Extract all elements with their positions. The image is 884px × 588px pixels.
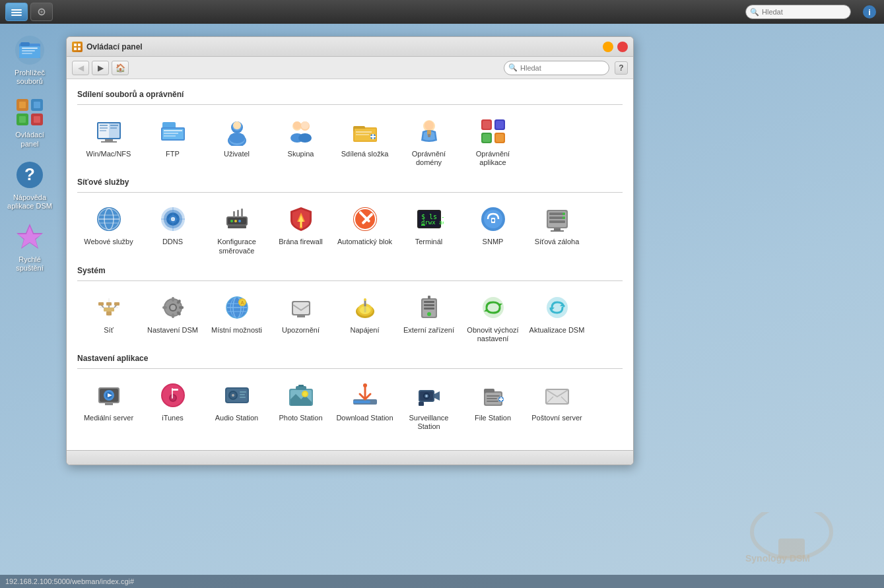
svg-rect-180: [240, 391, 246, 393]
network-grid: Webové služby: [77, 199, 623, 259]
grid-item-ddns[interactable]: DDNS: [141, 199, 204, 259]
net-backup-icon: [541, 203, 573, 235]
svg-point-179: [232, 394, 234, 397]
grid-item-win-mac-nfs[interactable]: Win/Mac/NFS: [77, 112, 140, 171]
sidebar-item-file-browser[interactable]: Prohlížeč souborů: [3, 30, 56, 90]
svg-point-113: [562, 212, 565, 215]
grid-item-terminal[interactable]: $ ls -la drwx admin Terminál: [397, 199, 460, 259]
itunes-label: iTunes: [162, 414, 184, 422]
grid-item-web-services[interactable]: Webové služby: [77, 199, 140, 259]
system-grid: Síť: [77, 288, 623, 347]
window-minimize-button[interactable]: [603, 42, 613, 52]
svg-point-191: [363, 383, 367, 387]
grid-item-net-backup[interactable]: Síťová záloha: [526, 199, 588, 259]
dsm-settings-icon: [157, 292, 189, 323]
router-config-label: Konfigurace směrovače: [208, 238, 265, 255]
grid-item-user[interactable]: Uživatel: [205, 112, 268, 171]
grid-item-shared-folder[interactable]: Sdílená složka: [333, 112, 396, 171]
grid-item-domain-perm[interactable]: Oprávnění domény: [397, 112, 460, 171]
domain-perm-label: Oprávnění domény: [400, 150, 458, 167]
grid-item-firewall[interactable]: Brána firewall: [269, 199, 332, 259]
grid-item-download-station[interactable]: Download Station: [333, 376, 396, 435]
svg-rect-201: [487, 395, 500, 397]
home-button[interactable]: 🏠: [112, 61, 129, 75]
grid-item-photo-station[interactable]: Photo Station: [269, 376, 332, 435]
taskbar: 🔍 i: [0, 0, 884, 24]
svg-rect-105: [421, 224, 425, 226]
grid-item-ftp[interactable]: FTP: [141, 112, 204, 171]
grid-item-auto-block[interactable]: Automatický blok: [333, 199, 396, 259]
section-network: Síťové služby: [77, 178, 623, 259]
photo-station-label: Photo Station: [279, 414, 322, 422]
file-station-label: File Station: [475, 414, 511, 422]
forward-button[interactable]: ▶: [92, 61, 109, 75]
snmp-icon: [477, 203, 509, 235]
svg-point-3: [40, 11, 43, 13]
svg-rect-117: [554, 228, 561, 230]
svg-rect-64: [428, 134, 430, 137]
mail-server-label: Poštovní server: [531, 414, 582, 422]
svg-rect-69: [483, 121, 491, 129]
grid-item-network[interactable]: Síť: [77, 288, 140, 347]
sidebar-item-quick-launch[interactable]: Rychlé spuštění: [3, 217, 56, 277]
grid-item-media-server[interactable]: Mediální server: [77, 376, 140, 435]
grid-item-file-station[interactable]: File Station: [461, 376, 524, 435]
net-backup-label: Síťová záloha: [535, 238, 580, 246]
sidebar-item-control-panel[interactable]: Ovládací panel: [3, 92, 56, 152]
grid-item-regional[interactable]: A Místní možnosti: [205, 288, 268, 347]
svg-rect-199: [484, 389, 494, 393]
grid-item-dsm-settings[interactable]: Nastavení DSM: [141, 288, 204, 347]
download-station-icon: [349, 379, 381, 411]
grid-item-group[interactable]: Skupina: [269, 112, 332, 171]
firewall-icon: [285, 203, 317, 235]
toolbar-search-icon: 🔍: [508, 63, 518, 72]
grid-item-restore[interactable]: Obnovit výchozí nastavení: [461, 288, 524, 347]
taskbar-search-input[interactable]: [745, 5, 851, 19]
grid-item-notifications[interactable]: Upozornění: [269, 288, 332, 347]
router-config-icon: [221, 203, 253, 235]
svg-rect-116: [549, 220, 565, 223]
window-close-button[interactable]: [617, 42, 628, 52]
back-button[interactable]: ◀: [72, 61, 89, 75]
grid-item-surveillance-station[interactable]: Surveillance Station: [397, 376, 460, 435]
svg-rect-174: [172, 388, 173, 399]
taskbar-tools[interactable]: [30, 3, 53, 21]
grid-item-router-config[interactable]: Konfigurace směrovače: [205, 199, 268, 259]
taskbar-info-button[interactable]: i: [863, 5, 876, 18]
svg-text:Synology DSM: Synology DSM: [745, 553, 810, 564]
svg-rect-17: [19, 116, 26, 123]
file-browser-icon: [14, 34, 46, 66]
sidebar-item-file-browser-label: Prohlížeč souborů: [6, 69, 53, 86]
grid-item-snmp[interactable]: SNMP: [461, 199, 524, 259]
grid-item-mail-server[interactable]: Poštovní server: [526, 376, 588, 435]
toolbar-search-input[interactable]: [504, 61, 609, 75]
restore-icon: [477, 292, 509, 323]
svg-rect-130: [162, 306, 167, 309]
section-network-title: Síťové služby: [77, 178, 623, 187]
section-app-settings-title: Nastavení aplikace: [77, 354, 623, 363]
sidebar-item-help[interactable]: ? Nápověda aplikace DSM: [3, 155, 56, 214]
terminal-label: Terminál: [415, 238, 443, 246]
taskbar-logo[interactable]: [5, 3, 28, 21]
grid-item-itunes[interactable]: iTunes: [141, 376, 204, 435]
grid-item-external-dev[interactable]: Externí zařízení: [397, 288, 460, 347]
file-station-icon: [477, 379, 509, 411]
toolbar-help-button[interactable]: ?: [615, 61, 628, 75]
update-label: Aktualizace DSM: [529, 326, 585, 335]
svg-rect-156: [424, 304, 434, 306]
surveillance-station-label: Surveillance Station: [400, 414, 458, 431]
grid-item-update[interactable]: Aktualizace DSM: [526, 288, 588, 347]
ftp-label: FTP: [166, 150, 180, 158]
svg-rect-157: [424, 308, 434, 310]
control-panel-icon: [14, 96, 46, 128]
svg-rect-33: [110, 125, 118, 126]
taskbar-search-icon: 🔍: [750, 8, 759, 16]
grid-item-audio-station[interactable]: Audio Station: [205, 376, 268, 435]
audio-station-label: Audio Station: [215, 414, 258, 422]
grid-item-power[interactable]: Napájení: [333, 288, 396, 347]
dsm-settings-label: Nastavení DSM: [147, 326, 198, 335]
notifications-label: Upozornění: [282, 326, 320, 335]
grid-item-app-perm[interactable]: Oprávnění aplikace: [461, 112, 524, 171]
svg-rect-128: [172, 297, 174, 302]
svg-rect-24: [78, 44, 81, 46]
